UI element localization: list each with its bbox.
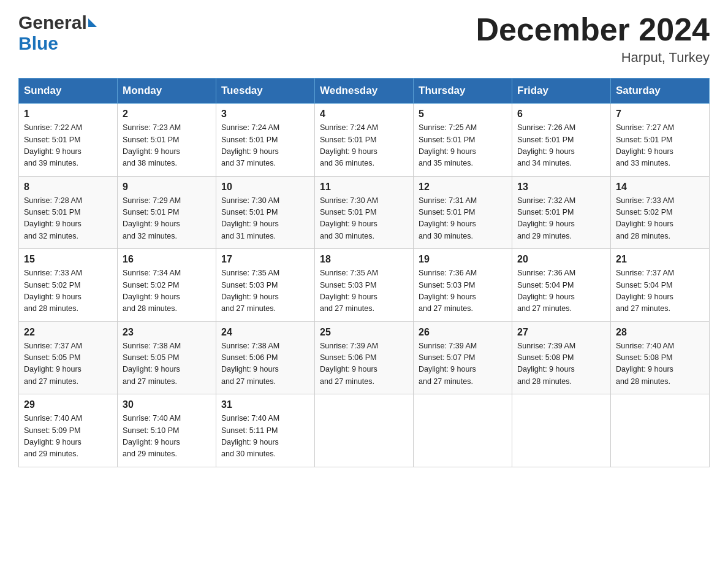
calendar-week-5: 29 Sunrise: 7:40 AMSunset: 5:09 PMDaylig…: [19, 394, 710, 467]
day-info: Sunrise: 7:36 AMSunset: 5:04 PMDaylight:…: [517, 269, 575, 313]
day-info: Sunrise: 7:24 AMSunset: 5:01 PMDaylight:…: [320, 123, 378, 167]
calendar-day-29: 29 Sunrise: 7:40 AMSunset: 5:09 PMDaylig…: [19, 394, 118, 467]
day-info: Sunrise: 7:37 AMSunset: 5:04 PMDaylight:…: [616, 269, 674, 313]
title-block: December 2024 Harput, Turkey: [476, 12, 710, 66]
day-info: Sunrise: 7:28 AMSunset: 5:01 PMDaylight:…: [24, 196, 82, 240]
calendar-week-4: 22 Sunrise: 7:37 AMSunset: 5:05 PMDaylig…: [19, 321, 710, 394]
calendar-week-1: 1 Sunrise: 7:22 AMSunset: 5:01 PMDayligh…: [19, 104, 710, 177]
day-number: 3: [221, 109, 309, 120]
header-sunday: Sunday: [19, 79, 118, 104]
day-number: 6: [517, 109, 605, 120]
empty-cell: [611, 394, 710, 467]
logo-blue: Blue: [18, 33, 58, 53]
day-info: Sunrise: 7:40 AMSunset: 5:08 PMDaylight:…: [616, 342, 674, 386]
calendar-day-7: 7 Sunrise: 7:27 AMSunset: 5:01 PMDayligh…: [611, 104, 710, 177]
day-info: Sunrise: 7:39 AMSunset: 5:06 PMDaylight:…: [320, 342, 378, 386]
empty-cell: [512, 394, 611, 467]
day-number: 4: [320, 109, 408, 120]
day-info: Sunrise: 7:27 AMSunset: 5:01 PMDaylight:…: [616, 123, 674, 167]
calendar-day-20: 20 Sunrise: 7:36 AMSunset: 5:04 PMDaylig…: [512, 249, 611, 322]
day-number: 24: [221, 327, 309, 338]
header-friday: Friday: [512, 79, 611, 104]
day-info: Sunrise: 7:39 AMSunset: 5:07 PMDaylight:…: [419, 342, 477, 386]
calendar-day-1: 1 Sunrise: 7:22 AMSunset: 5:01 PMDayligh…: [19, 104, 118, 177]
day-info: Sunrise: 7:30 AMSunset: 5:01 PMDaylight:…: [221, 196, 279, 240]
calendar-day-10: 10 Sunrise: 7:30 AMSunset: 5:01 PMDaylig…: [216, 176, 315, 249]
day-number: 1: [24, 109, 112, 120]
day-info: Sunrise: 7:34 AMSunset: 5:02 PMDaylight:…: [123, 269, 181, 313]
day-number: 12: [419, 182, 507, 193]
header-thursday: Thursday: [414, 79, 512, 104]
calendar-day-21: 21 Sunrise: 7:37 AMSunset: 5:04 PMDaylig…: [611, 249, 710, 322]
day-info: Sunrise: 7:33 AMSunset: 5:02 PMDaylight:…: [616, 196, 674, 240]
day-info: Sunrise: 7:33 AMSunset: 5:02 PMDaylight:…: [24, 269, 82, 313]
day-info: Sunrise: 7:25 AMSunset: 5:01 PMDaylight:…: [419, 123, 477, 167]
day-info: Sunrise: 7:23 AMSunset: 5:01 PMDaylight:…: [123, 123, 181, 167]
day-number: 27: [517, 327, 605, 338]
calendar-day-13: 13 Sunrise: 7:32 AMSunset: 5:01 PMDaylig…: [512, 176, 611, 249]
day-info: Sunrise: 7:36 AMSunset: 5:03 PMDaylight:…: [419, 269, 477, 313]
calendar-day-6: 6 Sunrise: 7:26 AMSunset: 5:01 PMDayligh…: [512, 104, 611, 177]
day-info: Sunrise: 7:26 AMSunset: 5:01 PMDaylight:…: [517, 123, 575, 167]
day-info: Sunrise: 7:38 AMSunset: 5:05 PMDaylight:…: [123, 342, 181, 386]
day-info: Sunrise: 7:40 AMSunset: 5:09 PMDaylight:…: [24, 414, 82, 458]
day-info: Sunrise: 7:40 AMSunset: 5:11 PMDaylight:…: [221, 414, 279, 458]
header-saturday: Saturday: [611, 79, 710, 104]
header-monday: Monday: [118, 79, 216, 104]
day-number: 9: [123, 182, 211, 193]
day-number: 10: [221, 182, 309, 193]
header-wednesday: Wednesday: [315, 79, 414, 104]
logo-arrow-icon: [88, 18, 97, 27]
day-number: 22: [24, 327, 112, 338]
day-number: 31: [221, 399, 309, 410]
calendar-day-9: 9 Sunrise: 7:29 AMSunset: 5:01 PMDayligh…: [118, 176, 216, 249]
day-number: 18: [320, 254, 408, 265]
day-info: Sunrise: 7:35 AMSunset: 5:03 PMDaylight:…: [320, 269, 378, 313]
calendar-day-30: 30 Sunrise: 7:40 AMSunset: 5:10 PMDaylig…: [118, 394, 216, 467]
day-number: 8: [24, 182, 112, 193]
calendar-day-5: 5 Sunrise: 7:25 AMSunset: 5:01 PMDayligh…: [414, 104, 512, 177]
day-number: 28: [616, 327, 704, 338]
day-info: Sunrise: 7:31 AMSunset: 5:01 PMDaylight:…: [419, 196, 477, 240]
calendar-day-28: 28 Sunrise: 7:40 AMSunset: 5:08 PMDaylig…: [611, 321, 710, 394]
day-number: 13: [517, 182, 605, 193]
calendar-title: December 2024: [476, 12, 710, 47]
page-header: General Blue December 2024 Harput, Turke…: [18, 12, 710, 66]
calendar-day-15: 15 Sunrise: 7:33 AMSunset: 5:02 PMDaylig…: [19, 249, 118, 322]
calendar-day-25: 25 Sunrise: 7:39 AMSunset: 5:06 PMDaylig…: [315, 321, 414, 394]
day-number: 5: [419, 109, 507, 120]
empty-cell: [414, 394, 512, 467]
day-number: 16: [123, 254, 211, 265]
day-number: 7: [616, 109, 704, 120]
day-info: Sunrise: 7:22 AMSunset: 5:01 PMDaylight:…: [24, 123, 82, 167]
day-info: Sunrise: 7:38 AMSunset: 5:06 PMDaylight:…: [221, 342, 279, 386]
calendar-day-4: 4 Sunrise: 7:24 AMSunset: 5:01 PMDayligh…: [315, 104, 414, 177]
calendar-day-22: 22 Sunrise: 7:37 AMSunset: 5:05 PMDaylig…: [19, 321, 118, 394]
day-info: Sunrise: 7:37 AMSunset: 5:05 PMDaylight:…: [24, 342, 82, 386]
calendar-day-17: 17 Sunrise: 7:35 AMSunset: 5:03 PMDaylig…: [216, 249, 315, 322]
calendar-day-26: 26 Sunrise: 7:39 AMSunset: 5:07 PMDaylig…: [414, 321, 512, 394]
calendar-day-24: 24 Sunrise: 7:38 AMSunset: 5:06 PMDaylig…: [216, 321, 315, 394]
day-number: 15: [24, 254, 112, 265]
calendar-day-12: 12 Sunrise: 7:31 AMSunset: 5:01 PMDaylig…: [414, 176, 512, 249]
day-number: 14: [616, 182, 704, 193]
calendar-day-23: 23 Sunrise: 7:38 AMSunset: 5:05 PMDaylig…: [118, 321, 216, 394]
calendar-day-8: 8 Sunrise: 7:28 AMSunset: 5:01 PMDayligh…: [19, 176, 118, 249]
calendar-table: SundayMondayTuesdayWednesdayThursdayFrid…: [18, 78, 710, 467]
day-number: 21: [616, 254, 704, 265]
calendar-week-3: 15 Sunrise: 7:33 AMSunset: 5:02 PMDaylig…: [19, 249, 710, 322]
day-number: 20: [517, 254, 605, 265]
logo-general: General: [18, 12, 87, 33]
day-info: Sunrise: 7:24 AMSunset: 5:01 PMDaylight:…: [221, 123, 279, 167]
day-info: Sunrise: 7:40 AMSunset: 5:10 PMDaylight:…: [123, 414, 181, 458]
day-number: 19: [419, 254, 507, 265]
day-info: Sunrise: 7:32 AMSunset: 5:01 PMDaylight:…: [517, 196, 575, 240]
calendar-header-row: SundayMondayTuesdayWednesdayThursdayFrid…: [19, 79, 710, 104]
day-info: Sunrise: 7:35 AMSunset: 5:03 PMDaylight:…: [221, 269, 279, 313]
empty-cell: [315, 394, 414, 467]
day-number: 2: [123, 109, 211, 120]
day-number: 11: [320, 182, 408, 193]
calendar-day-18: 18 Sunrise: 7:35 AMSunset: 5:03 PMDaylig…: [315, 249, 414, 322]
day-number: 30: [123, 399, 211, 410]
calendar-day-14: 14 Sunrise: 7:33 AMSunset: 5:02 PMDaylig…: [611, 176, 710, 249]
